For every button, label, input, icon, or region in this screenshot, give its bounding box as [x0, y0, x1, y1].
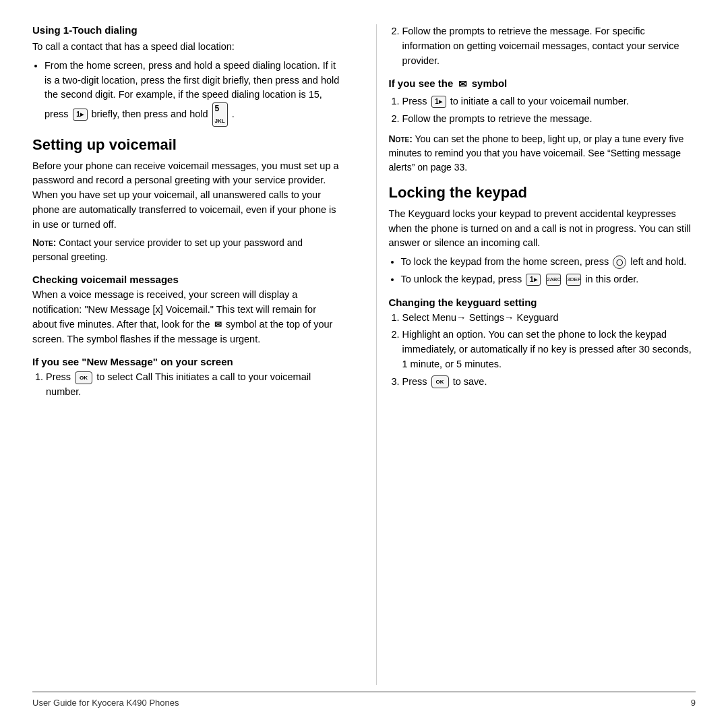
note-label: Note:	[32, 237, 56, 248]
checking-voicemail-para1: When a voice message is received, your s…	[32, 288, 340, 346]
page: Using 1-Touch dialing To call a contact …	[0, 0, 728, 728]
using-touch-bullet: From the home screen, press and hold a s…	[44, 59, 340, 127]
if-symbol-heading: If you see the ✉ symbol	[389, 78, 696, 90]
if-new-message-subsection: If you see "New Message" on your screen …	[32, 356, 340, 400]
locking-bullet1: To lock the keypad from the home screen,…	[401, 255, 696, 270]
two-column-layout: Using 1-Touch dialing To call a contact …	[32, 24, 696, 685]
changing-keyguard-heading: Changing the keyguard setting	[389, 297, 696, 308]
setting-voicemail-heading: Setting up voicemail	[32, 136, 340, 154]
save-ok-icon: OK	[431, 375, 449, 388]
if-symbol-section: If you see the ✉ symbol Press 1▸ to init…	[389, 78, 696, 175]
right-column: Follow the prompts to retrieve the messa…	[376, 24, 696, 685]
left-column: Using 1-Touch dialing To call a contact …	[32, 24, 352, 685]
if-new-message-step1: Press OK to select Call This initiates a…	[46, 370, 340, 400]
if-symbol-note: Note: You can set the phone to beep, lig…	[389, 132, 696, 175]
unlock-phone-icon: 1▸	[526, 274, 541, 286]
if-symbol-step2: Follow the prompts to retrieve the messa…	[402, 112, 696, 127]
locking-keypad-intro: The Keyguard locks your keypad to preven…	[389, 207, 696, 251]
changing-step2: Highlight an option. You can set the pho…	[402, 328, 696, 371]
footer: User Guide for Kyocera K490 Phones 9	[32, 692, 696, 708]
changing-step3: Press OK to save.	[402, 375, 696, 390]
using-touch-intro: To call a contact that has a speed dial …	[32, 40, 340, 55]
checking-voicemail-heading: Checking voicemail messages	[32, 274, 340, 285]
ok-button-icon: OK	[75, 371, 92, 384]
locking-keypad-heading: Locking the keypad	[389, 184, 696, 202]
footer-left-text: User Guide for Kyocera K490 Phones	[32, 698, 179, 708]
footer-page-number: 9	[691, 698, 696, 708]
locking-bullet2: To unlock the keypad, press 1▸ 2ABC 3DEF…	[401, 272, 696, 287]
phone-call-icon: 1▸	[431, 96, 446, 108]
using-touch-section: Using 1-Touch dialing To call a contact …	[32, 24, 340, 127]
setting-voicemail-para1: Before your phone can receive voicemail …	[32, 159, 340, 233]
changing-step1: Select Menu→ Settings→ Keyguard	[402, 311, 696, 326]
checking-voicemail-section: Checking voicemail messages When a voice…	[32, 274, 340, 400]
abc-key-icon: 2ABC	[546, 274, 561, 286]
setting-voicemail-section: Setting up voicemail Before your phone c…	[32, 136, 340, 265]
note-label-2: Note:	[389, 133, 413, 144]
if-new-message-heading: If you see "New Message" on your screen	[32, 356, 340, 367]
def-key-icon: 3DEF	[566, 274, 581, 286]
right-step2: Follow the prompts to retrieve the messa…	[402, 24, 696, 68]
locking-keypad-section: Locking the keypad The Keyguard locks yo…	[389, 184, 696, 287]
changing-keyguard-section: Changing the keyguard setting Select Men…	[389, 297, 696, 390]
envelope-icon: ✉	[214, 318, 222, 332]
if-symbol-step1: Press 1▸ to initiate a call to your voic…	[402, 94, 696, 109]
menu-nav-icon: ◯	[613, 255, 626, 269]
speed-dial-icon: 1▸	[73, 109, 88, 121]
setting-voicemail-note: Note: Contact your service provider to s…	[32, 236, 340, 264]
using-touch-heading: Using 1-Touch dialing	[32, 24, 340, 36]
digit5-key-icon: 5JKL	[212, 102, 228, 127]
envelope-symbol-icon: ✉	[458, 78, 467, 90]
